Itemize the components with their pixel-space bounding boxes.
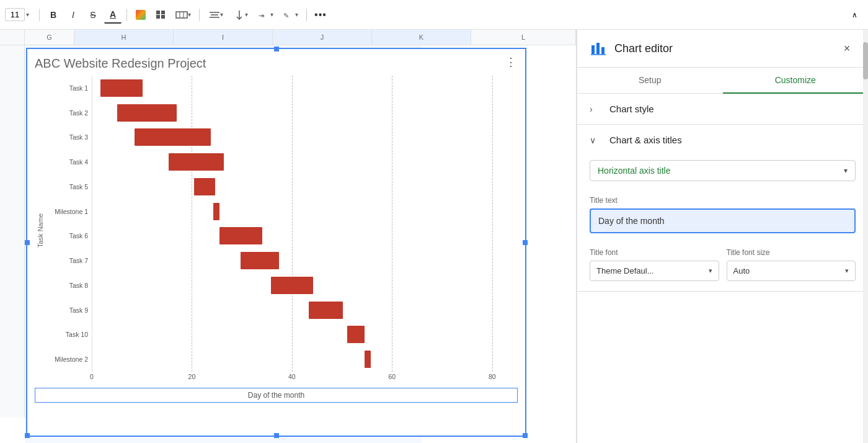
- font-row: Title font Theme Defaul... ▾ Title font …: [577, 243, 868, 291]
- chart-row-milestone1: Milestone 1: [47, 199, 518, 224]
- chart-row-task6: Task 6: [47, 224, 518, 249]
- axis-title-dropdown[interactable]: Horizontal axis title ▾: [590, 160, 856, 181]
- handle-bottom-left[interactable]: [25, 433, 30, 438]
- gantt-bar-task2: [117, 104, 177, 122]
- editor-close-button[interactable]: ×: [838, 40, 856, 57]
- merge-chevron[interactable]: ▾: [188, 11, 191, 18]
- divider-1: [39, 9, 40, 21]
- x-tick-80: 80: [489, 373, 496, 380]
- text-dir-chevron[interactable]: ▾: [270, 11, 273, 18]
- gantt-bar-task9: [309, 302, 343, 319]
- gantt-bar-task3: [135, 128, 211, 146]
- title-font-size-arrow: ▾: [845, 267, 849, 275]
- spreadsheet-body: ⋮ ABC Website Redesign Project Task Name: [0, 45, 576, 443]
- more-button[interactable]: •••: [312, 6, 329, 24]
- title-text-section: Title text: [577, 191, 868, 243]
- svg-rect-11: [601, 47, 604, 54]
- col-header-j: J: [273, 30, 372, 45]
- divider-2: [126, 9, 127, 21]
- chart-container[interactable]: ⋮ ABC Website Redesign Project Task Name: [26, 48, 526, 437]
- axis-title-dropdown-label: Horizontal axis title: [598, 166, 671, 176]
- main-content: G H I J K L ⋮: [0, 30, 868, 443]
- font-size-input[interactable]: 11: [5, 8, 25, 21]
- chart-style-chevron: ›: [590, 104, 602, 114]
- gantt-bar-task1: [100, 79, 143, 97]
- chart-axis-titles-title: Chart & axis titles: [609, 135, 682, 145]
- font-size-control[interactable]: 11 ▾: [5, 8, 29, 21]
- chart-row-task2: Task 2: [47, 101, 518, 125]
- section-chart-axis-titles: ∨ Chart & axis titles Horizontal axis ti…: [577, 125, 868, 292]
- scrollbar-thumb[interactable]: [863, 42, 868, 79]
- chart-menu-button[interactable]: ⋮: [505, 55, 518, 69]
- svg-rect-10: [596, 43, 600, 54]
- svg-text:✎: ✎: [283, 12, 289, 19]
- row-num-header: [0, 30, 25, 45]
- x-tick-20: 20: [188, 373, 196, 380]
- title-font-size-label: Title font size: [727, 248, 856, 257]
- row-numbers: [0, 45, 25, 443]
- paint-chevron[interactable]: ▾: [295, 11, 298, 18]
- chart-editor-panel: Chart editor × Setup Customize › Chart s…: [577, 30, 868, 443]
- align-v-icon: [234, 10, 245, 20]
- align-v-button[interactable]: ▾: [229, 6, 252, 24]
- italic-button[interactable]: I: [64, 6, 82, 24]
- handle-bottom-right[interactable]: [523, 433, 528, 438]
- chart-y-axis-label: Task Name: [35, 76, 46, 385]
- handle-bottom[interactable]: [274, 433, 279, 438]
- toolbar: 11 ▾ B I S A ▾ ▾: [0, 0, 868, 30]
- underline-button[interactable]: A: [104, 6, 122, 24]
- tab-customize[interactable]: Customize: [723, 68, 869, 94]
- chart-row-task8: Task 8: [47, 273, 518, 298]
- gantt-bar-task5: [194, 178, 215, 195]
- gantt-bar-task8: [271, 277, 314, 294]
- font-size-chevron[interactable]: ▾: [26, 11, 29, 18]
- chart-row-task9: Task 9: [47, 298, 518, 323]
- gantt-bar-task10: [347, 326, 364, 343]
- column-headers: G H I J K L: [0, 30, 576, 45]
- section-chart-style-header[interactable]: › Chart style: [577, 94, 868, 124]
- strikethrough-button[interactable]: S: [84, 6, 102, 24]
- scrollbar[interactable]: [863, 30, 868, 443]
- align-h-chevron[interactable]: ▾: [220, 11, 223, 18]
- x-tick-60: 60: [388, 373, 396, 380]
- chart-row-task3: Task 3: [47, 125, 518, 150]
- align-v-chevron[interactable]: ▾: [245, 11, 248, 18]
- title-font-value: Theme Defaul...: [596, 266, 654, 275]
- handle-top[interactable]: [274, 47, 279, 51]
- divider-4: [306, 9, 307, 21]
- chart-editor-icon: [590, 40, 607, 57]
- merge-button[interactable]: ▾: [172, 6, 194, 24]
- gantt-bar-task4: [169, 153, 224, 171]
- paint-format-button[interactable]: ✎ ▾: [279, 6, 301, 24]
- collapse-toolbar-button[interactable]: ∧: [846, 6, 863, 24]
- gantt-bar-milestone1: [213, 203, 219, 220]
- title-text-input[interactable]: [590, 208, 856, 233]
- merge-icon: [175, 10, 188, 20]
- handle-right[interactable]: [523, 240, 528, 245]
- title-font-size-field: Title font size Auto ▾: [727, 248, 856, 281]
- chart-row-task5: Task 5: [47, 174, 518, 199]
- handle-left[interactable]: [25, 240, 30, 245]
- chart-style-title: Chart style: [609, 104, 654, 114]
- chart-row-task10: Task 10: [47, 323, 518, 347]
- section-chart-axis-titles-header[interactable]: ∨ Chart & axis titles: [577, 125, 868, 155]
- title-font-size-dropdown[interactable]: Auto ▾: [727, 261, 856, 281]
- editor-header: Chart editor ×: [577, 30, 868, 68]
- svg-rect-9: [591, 45, 595, 54]
- align-h-icon: [209, 10, 220, 20]
- fill-color-button[interactable]: [132, 6, 149, 24]
- axis-title-dropdown-arrow: ▾: [844, 166, 848, 175]
- title-font-dropdown[interactable]: Theme Defaul... ▾: [590, 261, 719, 281]
- chart-row-milestone2: Milestone 2: [47, 347, 518, 372]
- chart-row-task7: Task 7: [47, 248, 518, 273]
- tab-setup[interactable]: Setup: [577, 68, 723, 94]
- text-direction-button[interactable]: ⇥ ▾: [254, 6, 277, 24]
- title-text-label: Title text: [590, 196, 856, 205]
- text-direction-icon: ⇥: [258, 10, 270, 20]
- border-button[interactable]: [152, 6, 169, 24]
- title-font-size-value: Auto: [733, 266, 750, 275]
- title-font-field: Title font Theme Defaul... ▾: [590, 248, 719, 281]
- bold-button[interactable]: B: [45, 6, 62, 24]
- chart-axis-titles-chevron: ∨: [590, 135, 602, 145]
- align-h-button[interactable]: ▾: [205, 6, 227, 24]
